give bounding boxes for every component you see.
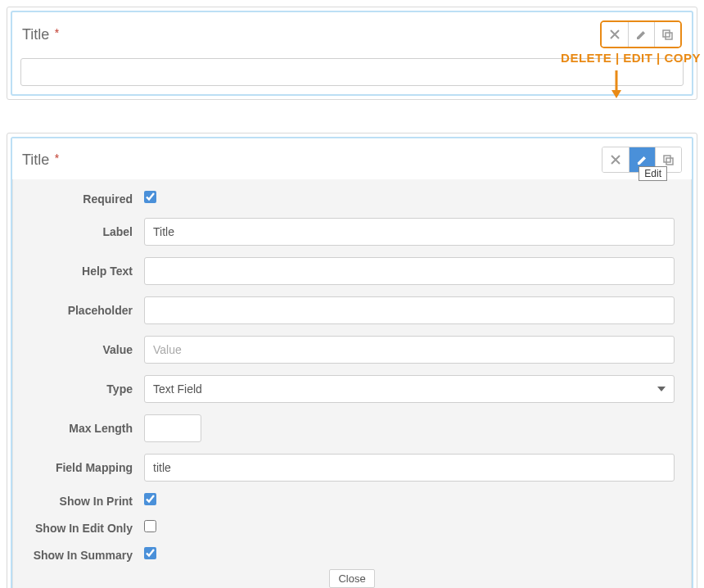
label-required: Required xyxy=(29,192,144,206)
copy-icon xyxy=(663,155,674,165)
svg-rect-4 xyxy=(666,158,673,165)
maxlength-input[interactable] xyxy=(144,414,201,442)
value-input[interactable] xyxy=(144,336,675,364)
annotation-legend: DELETE | EDIT | COPY xyxy=(561,51,701,65)
pencil-icon xyxy=(636,29,647,40)
showinprint-checkbox[interactable] xyxy=(144,493,156,505)
showineditonly-checkbox[interactable] xyxy=(144,520,156,532)
edit-button[interactable] xyxy=(628,22,654,47)
showinsummary-checkbox[interactable] xyxy=(144,547,156,559)
delete-button[interactable] xyxy=(602,22,628,47)
label-label: Label xyxy=(29,225,144,238)
copy-button[interactable] xyxy=(654,22,680,47)
pencil-icon xyxy=(637,155,648,165)
label-helptext: Help Text xyxy=(29,265,144,278)
panel-title: Title * xyxy=(22,26,59,43)
close-icon xyxy=(611,155,621,165)
field-edit-form: Required Label Help Text Placeholder xyxy=(12,179,692,588)
close-button[interactable]: Close xyxy=(329,569,374,588)
type-select[interactable]: Text Field xyxy=(144,375,675,403)
label-showinprint: Show In Print xyxy=(29,495,144,508)
label-value: Value xyxy=(29,343,144,356)
required-star: * xyxy=(55,26,59,39)
edit-tooltip: Edit xyxy=(639,166,667,181)
svg-rect-0 xyxy=(663,30,670,37)
label-maxlength: Max Length xyxy=(29,422,144,435)
placeholder-input[interactable] xyxy=(144,296,675,324)
svg-rect-1 xyxy=(666,33,672,39)
fieldmapping-input[interactable] xyxy=(144,454,675,482)
panel-inner: Title * Edit Required xyxy=(11,137,693,588)
label-fieldmapping: Field Mapping xyxy=(29,461,144,474)
delete-button[interactable] xyxy=(602,147,629,172)
toolbar-annotation-highlight xyxy=(600,20,682,48)
field-panel-expanded: Title * Edit Required xyxy=(7,133,697,588)
required-star: * xyxy=(55,152,59,165)
label-input[interactable] xyxy=(144,218,675,246)
label-type: Type xyxy=(29,382,144,396)
helptext-input[interactable] xyxy=(144,257,675,285)
label-placeholder: Placeholder xyxy=(29,304,144,317)
close-icon xyxy=(610,29,620,39)
label-showineditonly: Show In Edit Only xyxy=(29,522,144,535)
svg-rect-3 xyxy=(664,156,670,162)
label-showinsummary: Show In Summary xyxy=(29,549,144,562)
copy-icon xyxy=(662,29,673,40)
required-checkbox[interactable] xyxy=(144,191,156,203)
panel-title: Title * xyxy=(22,152,59,169)
annotation-arrow-icon xyxy=(611,69,622,100)
